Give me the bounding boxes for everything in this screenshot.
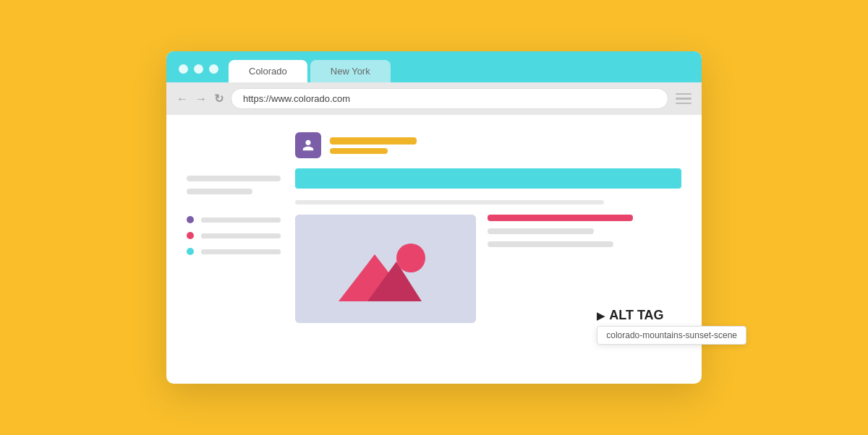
sidebar-area bbox=[187, 132, 281, 361]
image-text-bar-3 bbox=[488, 241, 613, 247]
chrome-header: ← → ↻ https://www.colorado.com bbox=[166, 82, 702, 115]
forward-button[interactable]: → bbox=[195, 92, 207, 105]
content-divider-1 bbox=[295, 200, 604, 204]
alt-tag-value: colorado-mountains-sunset-scene bbox=[606, 330, 737, 340]
back-button[interactable]: ← bbox=[176, 92, 188, 105]
header-line-1 bbox=[330, 137, 417, 145]
sidebar-line-2 bbox=[187, 189, 252, 194]
browser-content: ▶ ALT TAG colorado-mountains-sunset-scen… bbox=[166, 115, 702, 378]
alt-tag-label: ▶ ALT TAG bbox=[597, 308, 663, 323]
sidebar-item-1 bbox=[187, 216, 281, 223]
alt-tag-tooltip: colorado-mountains-sunset-scene bbox=[597, 326, 746, 345]
traffic-light-fullscreen[interactable] bbox=[209, 64, 218, 74]
alt-tag-container: ▶ ALT TAG colorado-mountains-sunset-scen… bbox=[597, 308, 746, 345]
sidebar-item-2 bbox=[187, 232, 281, 239]
image-section: ▶ ALT TAG colorado-mountains-sunset-scen… bbox=[295, 215, 681, 323]
cursor-icon: ▶ bbox=[597, 310, 605, 322]
mountain-scene-svg bbox=[295, 215, 476, 323]
browser-window: Colorado New York ← → ↻ https://www.colo… bbox=[166, 51, 702, 384]
sidebar-line-top bbox=[187, 176, 281, 181]
avatar bbox=[295, 132, 321, 158]
tab-colorado[interactable]: Colorado bbox=[229, 60, 307, 82]
browser-chrome: Colorado New York bbox=[166, 51, 702, 82]
sidebar-dot-1 bbox=[187, 216, 194, 223]
image-text-col: ▶ ALT TAG colorado-mountains-sunset-scen… bbox=[488, 215, 681, 323]
image-text-bar-2 bbox=[488, 228, 594, 234]
cyan-bar bbox=[295, 168, 681, 189]
tab-new-york[interactable]: New York bbox=[310, 60, 391, 82]
menu-line-3 bbox=[676, 103, 692, 105]
content-header bbox=[295, 132, 681, 158]
header-text-lines bbox=[330, 137, 417, 154]
refresh-button[interactable]: ↻ bbox=[214, 92, 224, 105]
sidebar-item-line-1 bbox=[201, 218, 281, 223]
image-text-bar-red bbox=[488, 215, 633, 221]
avatar-icon bbox=[302, 139, 315, 152]
sidebar-item-3 bbox=[187, 248, 281, 255]
menu-line-1 bbox=[676, 93, 692, 95]
sidebar-dot-3 bbox=[187, 248, 194, 255]
alt-tag-text: ALT TAG bbox=[609, 308, 663, 323]
sidebar-item-line-3 bbox=[201, 249, 281, 254]
svg-point-3 bbox=[396, 244, 425, 272]
image-card bbox=[295, 215, 476, 323]
traffic-light-close[interactable] bbox=[179, 64, 188, 74]
header-line-2 bbox=[330, 148, 388, 154]
traffic-lights bbox=[175, 64, 226, 82]
main-area: ▶ ALT TAG colorado-mountains-sunset-scen… bbox=[295, 132, 681, 361]
menu-line-2 bbox=[676, 98, 692, 100]
address-bar[interactable]: https://www.colorado.com bbox=[231, 88, 668, 109]
menu-icon[interactable] bbox=[676, 93, 692, 105]
sidebar-dot-2 bbox=[187, 232, 194, 239]
traffic-light-minimize[interactable] bbox=[194, 64, 203, 74]
tab-row: Colorado New York bbox=[166, 51, 702, 82]
sidebar-item-line-2 bbox=[201, 233, 281, 238]
